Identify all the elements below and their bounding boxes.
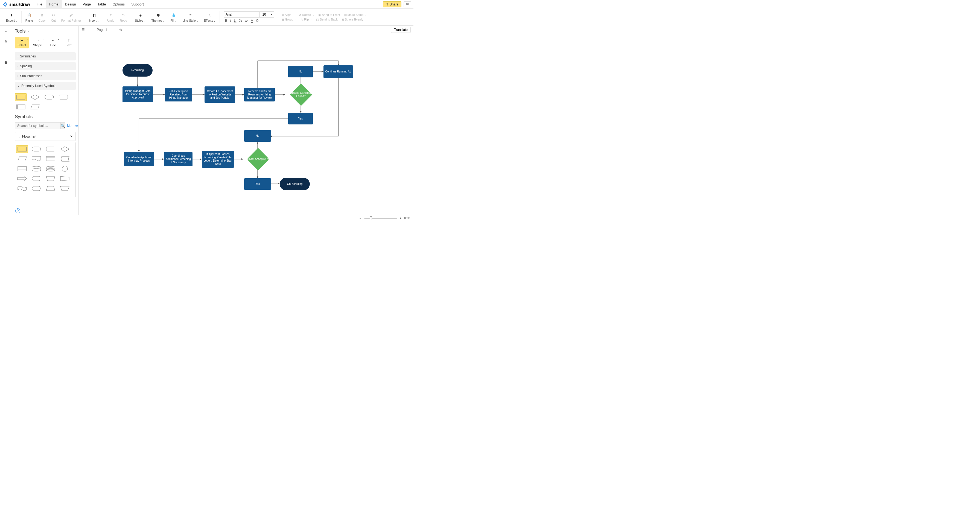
help-button[interactable]: ? (15, 209, 20, 213)
menu-page[interactable]: Page (79, 0, 94, 9)
sym-decision[interactable] (59, 145, 71, 153)
symbol-process[interactable] (15, 93, 27, 101)
rotate-button[interactable]: ⟳Rotate⌄ (299, 13, 315, 17)
shape-tool[interactable]: ⌄▭Shape (30, 37, 44, 48)
node-hiring-approved[interactable]: Hiring Manager Gets Personnel Request Ap… (123, 86, 153, 102)
sym-document[interactable] (30, 155, 42, 163)
menu-design[interactable]: Design (62, 0, 79, 9)
make-same-button[interactable]: ◫Make Same⌄ (344, 13, 367, 17)
sym-storage[interactable] (59, 155, 71, 163)
node-receive-resumes[interactable]: Receive and Send Resumes to Hiring Manag… (244, 88, 275, 102)
add-page-button[interactable]: ⊕ (119, 28, 122, 32)
preview-button[interactable]: 👁 (404, 2, 411, 7)
subprocesses-accordion[interactable]: ›Sub-Processes (15, 72, 76, 80)
send-back-button[interactable]: ▢Send to Back (316, 18, 337, 21)
symbol-terminator[interactable] (43, 93, 55, 101)
node-create-ad[interactable]: Create Ad Placement to Post on Website a… (205, 86, 235, 103)
fill-button[interactable]: 💧 Fill⌄ (168, 9, 180, 26)
page-list-button[interactable]: ☰ (81, 28, 85, 32)
line-style-button[interactable]: ≡ Line Style⌄ (180, 9, 201, 26)
sym-prep[interactable] (59, 175, 71, 182)
sym-card[interactable] (16, 165, 28, 172)
space-evenly-button[interactable]: ⊟Space Evenly⌄ (342, 18, 367, 21)
symbol-data[interactable] (29, 103, 41, 111)
bold-button[interactable]: B (225, 19, 227, 23)
text-tool[interactable]: TText (62, 37, 76, 48)
data-button[interactable]: ⬢ (3, 60, 9, 65)
node-yes2[interactable]: Yes (244, 178, 271, 190)
effects-button[interactable]: ☆ Effects⌄ (201, 9, 218, 26)
menu-table[interactable]: Table (94, 0, 109, 9)
bring-front-button[interactable]: ▣Bring to Front (318, 13, 340, 17)
zoom-out-button[interactable]: − (360, 217, 361, 220)
export-button[interactable]: ⬇ Export⌄ (3, 9, 20, 26)
app-logo[interactable]: smartdraw (2, 2, 30, 7)
chevron-down-icon[interactable]: ⌄ (27, 30, 30, 33)
copy-button[interactable]: ⧉ Copy (36, 9, 48, 26)
sym-disk[interactable] (30, 165, 42, 172)
spacing-accordion[interactable]: ›Spacing (15, 62, 76, 70)
zoom-slider[interactable] (364, 218, 397, 219)
symbol-decision[interactable] (29, 93, 41, 101)
insert-button[interactable]: ◧ Insert⌄ (86, 9, 102, 26)
font-color-button[interactable]: A̲ (251, 19, 253, 23)
node-onboarding[interactable]: On-Boarding (280, 178, 310, 190)
group-button[interactable]: ▦Group⌄ (282, 18, 297, 21)
paste-button[interactable]: 📋 Paste (23, 9, 36, 26)
sym-circle[interactable] (59, 165, 71, 172)
node-accepts-decision[interactable]: Applicant Accepts Offer? (242, 149, 274, 169)
sym-display[interactable] (30, 175, 42, 182)
add-button[interactable]: ＋ (3, 49, 9, 55)
sym-database[interactable] (45, 165, 57, 172)
symbol-subprocess[interactable] (15, 103, 27, 111)
menu-options[interactable]: Options (109, 0, 128, 9)
sym-trap2[interactable] (59, 185, 71, 192)
styles-button[interactable]: ◈ Styles⌄ (132, 9, 149, 26)
themes-button[interactable]: ⬢ Themes⌄ (149, 9, 168, 26)
flip-button[interactable]: ⇋Flip⌄ (301, 18, 313, 21)
font-size-input[interactable] (259, 11, 269, 18)
redo-button[interactable]: ↷ Redo (117, 9, 130, 26)
recent-symbols-accordion[interactable]: ⌄Recently Used Symbols (15, 82, 76, 90)
symbol-search-input[interactable] (15, 122, 61, 129)
briefcase-button[interactable]: 🗄 (3, 39, 9, 44)
node-yes1[interactable]: Yes (288, 113, 313, 124)
cut-button[interactable]: ✂ Cut (48, 9, 59, 26)
sym-hex[interactable] (30, 185, 42, 192)
node-no1[interactable]: No (288, 66, 313, 77)
sym-data[interactable] (16, 155, 28, 163)
line-tool[interactable]: ⌄⌐Line (46, 37, 60, 48)
share-button[interactable]: ⇪ Share (383, 2, 401, 7)
select-tool[interactable]: ⌄➤Select (15, 37, 29, 48)
sym-rounded[interactable] (45, 145, 57, 153)
symbol-search-button[interactable]: 🔍 (60, 122, 65, 129)
sym-arrow[interactable] (16, 175, 28, 182)
node-continue-ad[interactable]: Continue Running Ad (323, 65, 353, 78)
sym-manual[interactable] (45, 175, 57, 182)
align-button[interactable]: ⊞Align⌄ (282, 13, 295, 17)
node-coord-interview[interactable]: Coordinate Applicant Interview Process (124, 152, 154, 166)
node-no2[interactable]: No (244, 130, 271, 142)
swimlanes-accordion[interactable]: ›Swimlanes (15, 52, 76, 61)
superscript-button[interactable]: X² (245, 19, 248, 22)
undo-button[interactable]: ↶ Undo (105, 9, 117, 26)
font-name-input[interactable] (224, 11, 259, 18)
underline-button[interactable]: U (234, 19, 236, 23)
canvas[interactable]: Recruiting Hiring Manager Gets Personnel… (79, 34, 414, 215)
italic-button[interactable]: I (230, 19, 231, 23)
node-offer[interactable]: If Applicant Passes Screening, Create Of… (202, 151, 234, 168)
symbol-button[interactable]: Ω (256, 19, 259, 23)
sym-terminator[interactable] (30, 145, 42, 153)
more-symbols-link[interactable]: More ⊕ (67, 124, 78, 128)
sym-doc2[interactable] (45, 155, 57, 163)
close-icon[interactable]: ✕ (70, 135, 73, 139)
sym-process[interactable] (16, 145, 28, 153)
flowchart-category[interactable]: ⌄Flowchart ✕ (15, 132, 76, 141)
zoom-in-button[interactable]: + (400, 217, 401, 220)
menu-file[interactable]: File (33, 0, 46, 9)
format-painter-button[interactable]: 🖌 Format Painter (59, 9, 84, 26)
node-suitable-decision[interactable]: Suitable Candidate Found? (285, 85, 317, 105)
sym-trap[interactable] (45, 185, 57, 192)
font-size-dropdown[interactable]: ▾ (269, 11, 274, 18)
node-recruiting[interactable]: Recruiting (123, 64, 153, 76)
